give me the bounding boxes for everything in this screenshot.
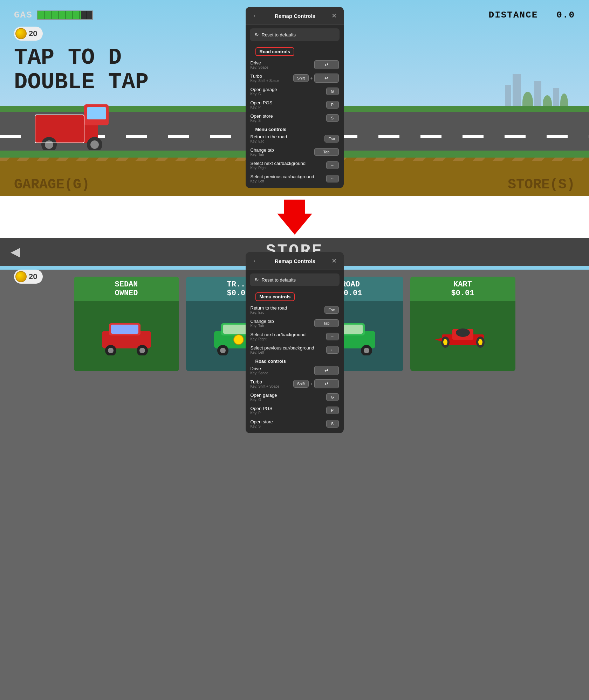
car-card-sedan[interactable]: SEDANOWNED xyxy=(74,277,179,371)
tab-key-btn-top[interactable]: Tab xyxy=(314,148,339,156)
esc-key-btn-top[interactable]: Esc xyxy=(324,135,338,143)
modal-close-button-bottom[interactable]: ✕ xyxy=(330,257,338,265)
menu-controls-label-top: Menu controls xyxy=(251,124,292,133)
turbo-key-group-top: Shift + ↵ xyxy=(293,74,339,83)
garage-key-bottom: Key: G xyxy=(251,398,326,402)
drive-key-btn-top[interactable]: ↵ xyxy=(314,60,339,69)
reset-defaults-button-top[interactable]: ↻ Reset to defaults xyxy=(250,28,340,41)
kart-header: KART$0.01 xyxy=(410,277,515,301)
changetab-name-bottom: Change tab xyxy=(251,319,314,324)
p-key-btn-top[interactable]: P xyxy=(326,101,339,109)
road-controls-label-top: Road controls xyxy=(255,47,294,56)
svg-marker-37 xyxy=(435,338,442,341)
modal-back-button-top[interactable]: ← xyxy=(251,12,260,20)
left-key-btn-top[interactable]: ← xyxy=(326,175,339,182)
return-name-bottom: Return to the road xyxy=(251,305,325,311)
svg-point-4 xyxy=(45,140,53,149)
pgs-name-top: Open PGS xyxy=(251,100,326,105)
store-name-bottom: Open store xyxy=(251,419,326,424)
svg-rect-2 xyxy=(87,107,106,119)
changetab-key-top: Key: Tab xyxy=(251,153,314,157)
drive-name-bottom: Drive xyxy=(251,366,314,371)
control-store-bottom: Open store Key: S S xyxy=(246,417,344,430)
p-key-btn-bottom[interactable]: P xyxy=(326,407,339,414)
drive-name-top: Drive xyxy=(251,60,314,65)
road-controls-label-bottom: Road controls xyxy=(251,356,291,365)
control-prevcar-bottom: Select previous car/background Key: Left… xyxy=(246,343,344,356)
pgs-key-bottom: Key: P xyxy=(251,411,326,415)
tab-key-btn-bottom[interactable]: Tab xyxy=(314,319,339,327)
gas-hud: GAS xyxy=(14,10,93,20)
s-key-btn-top[interactable]: S xyxy=(326,114,339,122)
return-key-top: Key: Esc xyxy=(251,139,325,143)
nextcar-name-top: Select next car/background xyxy=(251,161,326,166)
reset-icon-bottom: ↻ xyxy=(255,277,259,283)
control-return-bottom: Return to the road Key: Esc Esc xyxy=(246,303,344,317)
shift-key-btn-bottom[interactable]: Shift xyxy=(293,380,309,388)
drive-key-top: Key: Space xyxy=(251,65,314,69)
nextcar-key-bottom: Key: Right xyxy=(251,337,326,341)
distance-hud: DISTANCE 0.0 xyxy=(489,10,575,20)
turbo-name-top: Turbo xyxy=(251,74,293,79)
game-instruction-text: TAP TO D DOUBLE TAP xyxy=(14,46,149,95)
nextcar-key-top: Key: Right xyxy=(251,166,326,170)
space-key-btn-top[interactable]: ↵ xyxy=(314,74,339,83)
turbo-plus-bottom: + xyxy=(310,381,313,387)
bottom-game-screen: ◀ STORE 20 SEDANOWNED TR...$0.01 xyxy=(0,238,589,700)
esc-key-btn-bottom[interactable]: Esc xyxy=(324,306,338,314)
control-prevcar-top: Select previous car/background Key: Left… xyxy=(246,172,344,185)
control-turbo-bottom: Turbo Key: Shift + Space Shift + ↵ xyxy=(246,377,344,390)
turbo-plus-top: + xyxy=(310,76,313,81)
truck-svg xyxy=(28,97,119,150)
svg-point-36 xyxy=(478,339,482,345)
top-game-screen: GAS DISTANCE 0.0 20 TAP TO D DOUBLE TAP xyxy=(0,0,589,196)
car-card-kart[interactable]: KART$0.01 xyxy=(410,277,515,371)
return-key-bottom: Key: Esc xyxy=(251,311,325,314)
sedan-header: SEDANOWNED xyxy=(74,277,179,301)
arrow-head xyxy=(277,214,312,235)
pgs-key-top: Key: P xyxy=(251,105,326,109)
nextcar-name-bottom: Select next car/background xyxy=(251,332,326,337)
kart-svg xyxy=(431,317,494,355)
shift-key-btn-top[interactable]: Shift xyxy=(293,74,309,82)
modal-title-bottom: Remap Controls xyxy=(260,258,330,264)
coins-hud-top: 20 xyxy=(14,27,43,41)
changetab-key-bottom: Key: Tab xyxy=(251,324,314,328)
remap-modal-bottom: ← Remap Controls ✕ ↻ Reset to defaults M… xyxy=(246,252,344,433)
game-text-line2: DOUBLE TAP xyxy=(14,70,149,95)
modal-back-button-bottom[interactable]: ← xyxy=(251,257,260,265)
space-key-btn-bottom[interactable]: ↵ xyxy=(314,379,339,388)
svg-point-32 xyxy=(456,328,470,337)
divider-section xyxy=(0,196,589,238)
drive-key-btn-bottom[interactable]: ↵ xyxy=(314,366,339,375)
arrow-shaft xyxy=(284,200,305,214)
turbo-key-bottom: Key: Shift + Space xyxy=(251,384,293,388)
garage-name-bottom: Open garage xyxy=(251,393,326,398)
modal-container-top: ← Remap Controls ✕ ↻ Reset to defaults R… xyxy=(246,7,344,188)
s-key-btn-bottom[interactable]: S xyxy=(326,420,339,428)
right-key-btn-top[interactable]: → xyxy=(326,161,339,169)
garage-name-top: Open garage xyxy=(251,87,326,92)
control-garage-bottom: Open garage Key: G G xyxy=(246,390,344,404)
svg-point-19 xyxy=(220,348,226,353)
turbo-name-bottom: Turbo xyxy=(251,379,293,384)
reset-label-top: Reset to defaults xyxy=(262,32,296,37)
sedan-image xyxy=(74,301,179,371)
left-key-btn-bottom[interactable]: ← xyxy=(326,346,339,354)
right-key-btn-bottom[interactable]: → xyxy=(326,333,339,340)
prevcar-name-top: Select previous car/background xyxy=(251,174,326,179)
g-key-btn-top[interactable]: G xyxy=(326,88,339,95)
control-nexcar-top: Select next car/background Key: Right → xyxy=(246,159,344,172)
remap-modal-top: ← Remap Controls ✕ ↻ Reset to defaults R… xyxy=(246,7,344,188)
control-store-top: Open store Key: S S xyxy=(246,111,344,125)
svg-point-6 xyxy=(90,140,99,149)
modal-header-top: ← Remap Controls ✕ xyxy=(246,7,344,25)
modal-header-bottom: ← Remap Controls ✕ xyxy=(246,252,344,270)
reset-defaults-button-bottom[interactable]: ↻ Reset to defaults xyxy=(250,273,340,286)
store-back-button[interactable]: ◀ xyxy=(11,244,20,259)
coin-icon-bottom xyxy=(15,271,27,282)
g-key-btn-bottom[interactable]: G xyxy=(326,393,339,401)
modal-close-button-top[interactable]: ✕ xyxy=(330,12,338,20)
gas-bar xyxy=(37,11,93,20)
garage-key-top: Key: G xyxy=(251,92,326,96)
